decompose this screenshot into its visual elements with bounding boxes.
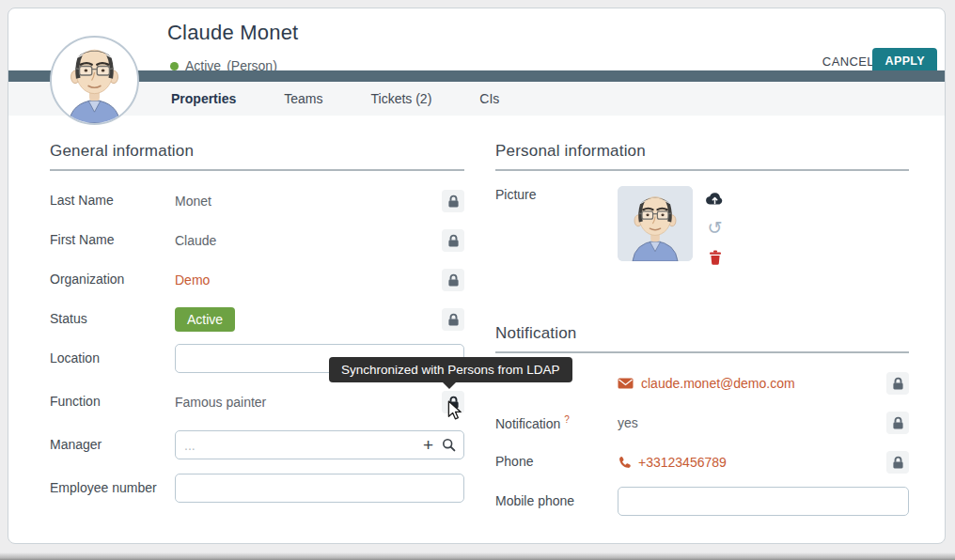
employee-number-row: Employee number <box>50 474 464 503</box>
employee-number-label: Employee number <box>50 479 175 496</box>
lock-icon <box>447 313 460 326</box>
general-information-heading: General information <box>50 142 464 171</box>
email-lock-button[interactable] <box>886 372 909 395</box>
organization-lock-button[interactable] <box>442 269 464 291</box>
first-name-row: First Name Claude <box>50 226 464 255</box>
last-name-row: Last Name Monet <box>50 186 464 215</box>
page-title: Claude Monet <box>167 21 298 45</box>
status-badge: Active <box>175 307 235 332</box>
cloud-upload-icon <box>706 192 724 205</box>
header-divider-bar <box>8 70 945 82</box>
last-name-value: Monet <box>175 194 211 209</box>
notification-lock-button[interactable] <box>886 412 909 434</box>
status-lock-button[interactable] <box>442 308 464 331</box>
lock-icon <box>447 234 460 247</box>
function-value: Famous painter <box>175 395 266 410</box>
notification-row: Notification ? yes <box>495 408 909 437</box>
first-name-lock-button[interactable] <box>442 229 464 252</box>
trash-icon <box>709 250 722 265</box>
mouse-cursor-icon <box>446 400 464 424</box>
undo-icon: ↺ <box>708 220 723 235</box>
picture-label: Picture <box>495 186 618 203</box>
cancel-button[interactable]: CANCEL <box>822 54 874 69</box>
tab-cis[interactable]: CIs <box>479 91 499 106</box>
tab-teams[interactable]: Teams <box>284 91 322 106</box>
manager-add-button[interactable]: + <box>423 436 433 454</box>
phone-lock-button[interactable] <box>886 451 909 474</box>
organization-label: Organization <box>50 271 175 288</box>
location-label: Location <box>50 350 175 366</box>
first-name-value: Claude <box>175 233 216 248</box>
lock-icon <box>892 377 904 390</box>
notification-value: yes <box>618 415 638 430</box>
phone-icon <box>618 456 631 469</box>
function-row: Function Famous painter <box>50 387 464 416</box>
function-label: Function <box>50 393 175 410</box>
status-label: Status <box>50 310 175 327</box>
envelope-icon <box>618 378 634 389</box>
search-icon <box>442 438 456 452</box>
personal-information-section: Personal information Picture ↺ <box>495 142 909 526</box>
status-dot-icon <box>170 62 179 70</box>
sync-tooltip: Synchronized with Persons from LDAP <box>329 357 572 382</box>
manager-input[interactable] <box>175 430 464 459</box>
status-row: Status Active <box>50 304 464 334</box>
phone-label: Phone <box>495 453 618 470</box>
picture-image <box>618 186 693 261</box>
tab-bar: Properties Teams Tickets (2) CIs <box>8 82 945 116</box>
employee-number-input[interactable] <box>175 474 464 503</box>
phone-link[interactable]: +33123456789 <box>618 455 727 470</box>
manager-label: Manager <box>50 436 175 453</box>
picture-delete-button[interactable] <box>709 250 722 265</box>
picture-row: Picture ↺ <box>495 186 909 265</box>
notification-label: Notification ? <box>495 413 618 432</box>
phone-value: +33123456789 <box>638 455 727 470</box>
last-name-label: Last Name <box>50 192 175 209</box>
picture-upload-button[interactable] <box>706 192 724 205</box>
person-edit-card: Claude Monet Active (Person) CANCEL APPL… <box>8 8 946 544</box>
lock-icon <box>892 416 904 429</box>
window-bottom-shadow <box>0 552 955 560</box>
manager-search-button[interactable] <box>442 438 456 452</box>
tab-properties[interactable]: Properties <box>171 91 236 106</box>
lock-icon <box>447 194 460 208</box>
lock-icon <box>447 273 460 287</box>
mobile-phone-row: Mobile phone <box>495 487 909 516</box>
organization-row: Organization Demo <box>50 265 464 294</box>
email-value: claude.monet@demo.com <box>641 376 795 391</box>
mobile-phone-input[interactable] <box>618 487 909 516</box>
general-information-section: General information Last Name Monet Firs… <box>50 142 464 513</box>
notification-section: Notification claude.monet@demo.com <box>495 324 909 516</box>
notification-heading: Notification <box>495 324 909 353</box>
email-link[interactable]: claude.monet@demo.com <box>618 376 795 391</box>
picture-actions: ↺ <box>706 186 724 265</box>
lock-icon <box>892 456 904 469</box>
help-question-icon[interactable]: ? <box>564 414 570 425</box>
avatar <box>50 36 139 125</box>
picture-reset-button[interactable]: ↺ <box>708 220 723 235</box>
mobile-phone-label: Mobile phone <box>495 492 618 509</box>
tab-tickets[interactable]: Tickets (2) <box>370 91 431 106</box>
phone-row: Phone +33123456789 <box>495 447 909 476</box>
personal-information-heading: Personal information <box>495 142 909 171</box>
last-name-lock-button[interactable] <box>442 190 464 212</box>
organization-link[interactable]: Demo <box>175 272 210 288</box>
first-name-label: First Name <box>50 231 175 248</box>
manager-row: Manager + <box>50 430 464 459</box>
